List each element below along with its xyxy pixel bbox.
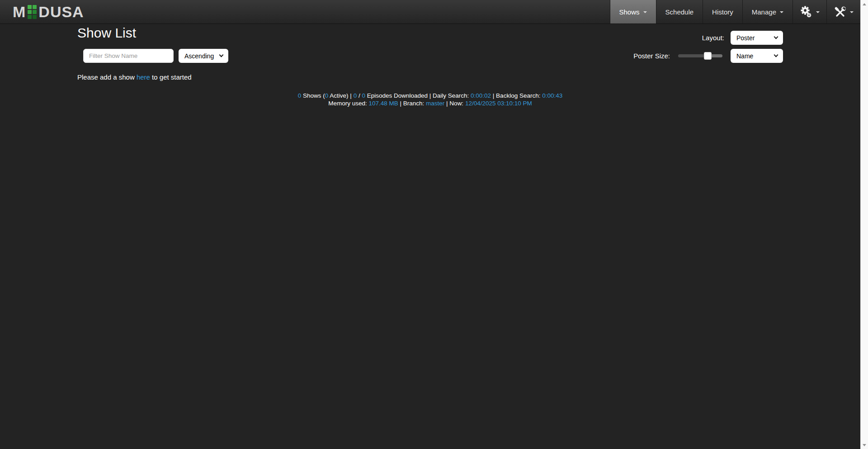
logo-letters-dusa: DUSA [38, 0, 84, 24]
empty-show-list-notice: Please add a show here to get started [77, 73, 192, 81]
main-nav: Shows Schedule History Manage [610, 0, 860, 24]
nav-shows[interactable]: Shows [610, 0, 656, 24]
medusa-logo[interactable]: M DUSA [13, 0, 84, 24]
nav-schedule-label: Schedule [665, 8, 694, 16]
nav-history-label: History [712, 8, 733, 16]
filter-show-name-input[interactable] [83, 49, 174, 63]
footer-stat-value: 0:00:43 [542, 92, 562, 99]
sort-direction-value: Ascending [184, 52, 214, 60]
poster-size-label: Poster Size: [633, 52, 670, 60]
sort-by-select[interactable]: Name [731, 49, 783, 63]
nav-config[interactable] [793, 0, 826, 24]
footer-stat-value: master [426, 100, 444, 107]
layout-value: Poster [736, 34, 755, 42]
chevron-down-icon [219, 53, 224, 57]
scrollbar-up-arrow[interactable] [861, 0, 868, 8]
chevron-down-icon [774, 35, 778, 39]
poster-size-slider[interactable] [678, 54, 722, 57]
scrollbar-down-arrow[interactable] [861, 441, 868, 449]
footer-stat-text: Active) | [328, 92, 353, 99]
footer-stat-value: 0:00:02 [471, 92, 491, 99]
poster-size-controls: Poster Size: Name [633, 49, 783, 63]
caret-down-icon [816, 11, 820, 13]
footer-stat-value: 0 [354, 92, 357, 99]
footer-stat-value: 12/04/2025 03:10:10 PM [465, 100, 532, 107]
nav-shows-label: Shows [619, 8, 640, 16]
nav-schedule[interactable]: Schedule [656, 0, 703, 24]
add-show-link[interactable]: here [137, 73, 150, 81]
footer-stat-text: Shows ( [301, 92, 325, 99]
filter-controls: Ascending [83, 49, 228, 63]
chevron-down-icon [774, 53, 778, 57]
caret-down-icon [780, 11, 783, 13]
logo-e-grid-icon [28, 5, 37, 19]
footer-stat-text: Memory used: [328, 100, 368, 107]
footer-stat-text: | Now: [444, 100, 465, 107]
footer-stats-line2: Memory used: 107.48 MB | Branch: master … [0, 99, 860, 107]
nav-history[interactable]: History [703, 0, 742, 24]
footer-stat-text: | Backlog Search: [491, 92, 542, 99]
footer-stat-value: 0 [362, 92, 365, 99]
logo-letter-m: M [13, 0, 26, 24]
caret-down-icon [850, 11, 854, 13]
poster-size-slider-handle[interactable] [704, 52, 712, 60]
layout-controls: Layout: Poster [702, 31, 783, 45]
layout-label: Layout: [702, 34, 724, 42]
nav-tools[interactable] [826, 0, 860, 24]
scrollbar[interactable] [860, 0, 868, 449]
double-gear-icon [800, 5, 812, 18]
show-list-page: Show List Ascending Layout: Poster Poste… [0, 24, 860, 449]
footer-stats-line1: 0 Shows (0 Active) | 0 / 0 Episodes Down… [0, 92, 860, 99]
wrench-screwdriver-icon [834, 5, 846, 18]
footer-stats: 0 Shows (0 Active) | 0 / 0 Episodes Down… [0, 92, 860, 107]
footer-stat-text: / [357, 92, 362, 99]
caret-down-icon [643, 11, 647, 13]
layout-select[interactable]: Poster [731, 31, 783, 45]
nav-manage[interactable]: Manage [742, 0, 793, 24]
notice-suffix: to get started [150, 73, 192, 81]
page-title: Show List [77, 24, 136, 42]
notice-prefix: Please add a show [77, 73, 137, 81]
footer-stat-text: Episodes Downloaded | Daily Search: [365, 92, 471, 99]
sort-by-value: Name [736, 52, 753, 60]
footer-stat-value: 107.48 MB [369, 100, 398, 107]
top-navbar: M DUSA Shows Schedule History Manage [0, 0, 860, 24]
footer-stat-text: | Branch: [398, 100, 426, 107]
sort-direction-select[interactable]: Ascending [179, 49, 228, 63]
nav-manage-label: Manage [752, 8, 776, 16]
